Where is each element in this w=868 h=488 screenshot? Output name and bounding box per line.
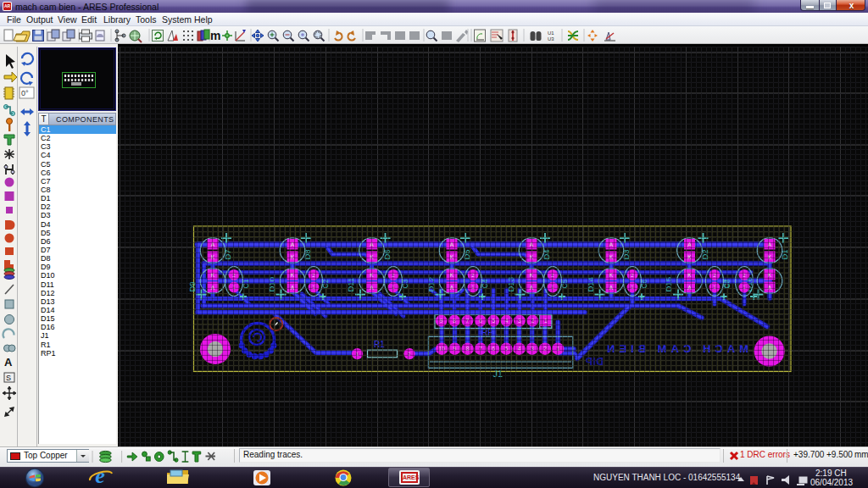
svg-text:A: A [211,241,215,247]
svg-text:K: K [370,272,374,278]
svg-text:A: A [291,285,295,291]
svg-text:A: A [450,285,454,291]
svg-text:A: A [291,241,295,247]
svg-text:C4: C4 [481,279,489,288]
svg-text:1: 1 [556,346,559,352]
svg-text:8: 8 [466,346,470,352]
svg-text:A: A [609,241,614,247]
svg-text:D5: D5 [462,249,471,259]
svg-text:7: 7 [479,346,482,352]
svg-text:DIP: DIP [585,356,604,368]
svg-text:K: K [450,254,454,260]
svg-text:K: K [211,272,215,278]
svg-text:3: 3 [518,318,521,324]
svg-text:D13: D13 [506,277,515,291]
svg-text:10: 10 [439,346,446,352]
svg-text:6: 6 [492,346,495,352]
svg-text:D10: D10 [267,277,276,291]
svg-text:5: 5 [504,346,508,352]
svg-text:D4: D4 [542,249,551,259]
svg-text:K: K [768,272,772,278]
svg-text:K: K [370,254,374,260]
svg-text:MACH CAM BIEN: MACH CAM BIEN [603,342,748,355]
svg-text:K: K [609,272,614,278]
svg-text:D14: D14 [586,277,595,291]
svg-text:D7: D7 [223,249,232,259]
svg-text:C3: C3 [401,279,409,288]
svg-text:U1: U1 [548,30,554,36]
svg-text:K: K [291,272,295,278]
svg-text:D11: D11 [346,278,355,292]
svg-text:1: 1 [544,318,548,324]
svg-text:K: K [211,254,215,260]
svg-text:m: m [210,29,220,42]
svg-text:R1: R1 [374,340,385,349]
svg-text:A: A [530,285,534,291]
svg-text:3: 3 [531,346,534,352]
svg-text:9: 9 [453,346,457,352]
svg-text:U3: U3 [548,36,554,42]
svg-text:RP1: RP1 [481,328,498,337]
svg-text:D12: D12 [426,277,436,291]
svg-text:C2: C2 [321,279,330,288]
svg-text:A: A [609,285,614,291]
svg-text:K: K [450,272,454,278]
svg-text:A: A [768,285,772,291]
svg-text:K: K [687,254,692,260]
svg-text:K: K [530,272,534,278]
svg-text:J1: J1 [493,369,504,379]
svg-text:A: A [687,241,692,247]
svg-text:D8: D8 [303,249,312,259]
svg-text:0°: 0° [21,89,29,97]
svg-text:C8: C8 [723,279,732,288]
svg-text:D9: D9 [187,281,197,291]
svg-text:A: A [450,241,454,247]
svg-text:D1: D1 [780,249,789,259]
svg-text:K: K [768,254,772,260]
svg-text:D15: D15 [664,277,673,291]
svg-text:C5: C5 [560,279,569,288]
svg-text:A: A [211,285,215,291]
svg-text:2: 2 [531,318,534,324]
svg-text:D2: D2 [700,249,709,259]
svg-text:4: 4 [518,346,521,352]
svg-text:8: 8 [453,318,456,324]
svg-text:K: K [687,272,692,278]
svg-text:A: A [4,356,13,369]
svg-text:K: K [530,254,534,260]
svg-text:C1: C1 [242,279,250,288]
svg-text:5: 5 [492,318,495,324]
svg-text:A: A [530,241,534,247]
svg-text:7: 7 [466,318,470,324]
svg-text:K: K [291,254,295,260]
svg-text:2: 2 [543,346,547,352]
svg-text:6: 6 [479,318,482,324]
svg-text:A: A [687,285,692,291]
svg-text:9: 9 [440,318,443,324]
svg-text:A: A [370,285,374,291]
svg-text:D3: D3 [621,249,631,259]
svg-text:A: A [768,241,772,247]
svg-text:D6: D6 [382,249,392,259]
svg-text:4: 4 [505,318,509,324]
svg-text:C6: C6 [640,279,648,288]
svg-text:S: S [6,374,11,382]
svg-text:K: K [609,254,614,260]
svg-text:A: A [370,241,374,247]
